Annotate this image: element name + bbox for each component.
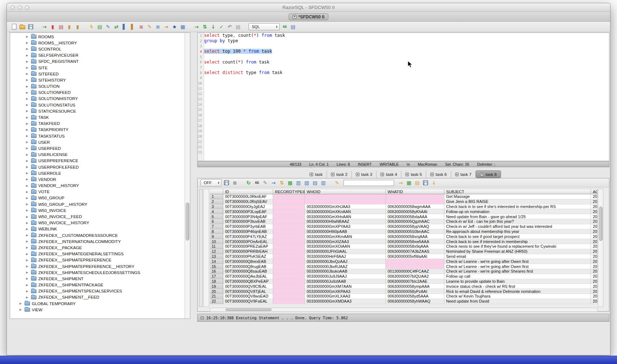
grid-cell[interactable]: Send email	[444, 254, 591, 259]
row-number-cell[interactable]: 4	[210, 209, 223, 214]
grid-cell[interactable]: 00T3000000QV9FaEAL	[223, 299, 273, 304]
grid-cell[interactable]	[273, 194, 305, 199]
code-text[interactable]: select distinct type from task	[203, 70, 282, 75]
database-icon[interactable]: ▮	[74, 23, 81, 30]
grid-cell[interactable]: 200	[591, 209, 597, 214]
edit-sql-icon[interactable]: ✎	[105, 23, 111, 30]
grid-cell[interactable]: 00T3000000QAeJbEAL	[223, 274, 273, 279]
grid-cell[interactable]	[273, 224, 305, 229]
grid-horizontal-scrollbar[interactable]	[210, 308, 597, 312]
grid-cell[interactable]: 0013000000C4fFCAAZ	[386, 269, 444, 274]
grid-cell[interactable]: 00T3000000PfvKSEAZ	[223, 254, 273, 259]
grid-cell[interactable]: 200	[591, 259, 597, 264]
grid-left-scroll-strip[interactable]	[199, 189, 203, 307]
grid-cell[interactable]: Check-in w/ Jeff - couldn't afford last …	[444, 224, 591, 229]
sidebar-item-zkfedex__shipment[interactable]: ▶ZKFEDEX__SHIPMENT	[10, 276, 185, 282]
execute-all-icon[interactable]: ⇅	[202, 23, 208, 30]
grid-cell[interactable]: 0033000000GmXKnAAN	[305, 209, 386, 214]
sidebar-item-solutionhistory[interactable]: ▶SOLUTIONHISTORY	[10, 96, 185, 102]
disclosure-triangle-icon[interactable]: ▶	[26, 234, 29, 237]
sidebar-item-taskstatus[interactable]: ▶TASKSTATUS	[10, 133, 185, 139]
columns-icon[interactable]: ▥	[295, 179, 302, 186]
grid-cell[interactable]: Rick to email David & reference Delmonte…	[444, 289, 591, 294]
export-icon[interactable]: ▦	[406, 179, 412, 186]
grid-cell[interactable]	[305, 194, 386, 199]
sidebar-item-sfdc_registrant[interactable]: ▶SFDC_REGISTRANT	[10, 58, 185, 65]
sidebar-item-rooms__history[interactable]: ▶ROOMS__HISTORY	[10, 40, 185, 46]
edit-list-icon[interactable]: ✎	[146, 23, 153, 30]
disclosure-triangle-icon[interactable]: ▶	[26, 215, 29, 218]
disclosure-triangle-icon[interactable]: ▶	[26, 252, 29, 256]
row-number-cell[interactable]: 10	[210, 239, 223, 244]
sidebar-item-userrole[interactable]: ▶USERROLE	[10, 170, 185, 176]
grid-cell[interactable]	[305, 199, 386, 204]
sort-icon[interactable]: ⇅	[279, 179, 285, 186]
result-tab-task-8[interactable]: ✕task 8	[476, 170, 501, 178]
disclosure-triangle-icon[interactable]: ▶	[26, 78, 29, 82]
disclosure-triangle-icon[interactable]: ▶	[26, 47, 29, 51]
sidebar-item-rooms[interactable]: ▶ROOMS	[10, 34, 185, 40]
disclosure-triangle-icon[interactable]: ▶	[26, 221, 29, 225]
grid-cell[interactable]: Check back in to see if she's interested…	[444, 204, 591, 209]
sidebar-item-site[interactable]: ▶SITE	[10, 65, 185, 71]
grid-cell[interactable]: 0033000000GmXLXAA3	[305, 294, 386, 299]
disclosure-triangle-icon[interactable]: ▶	[26, 35, 29, 38]
grid-cell[interactable]: 00T3000000QBXPeEAP	[223, 279, 273, 284]
grid-cell[interactable]	[386, 199, 444, 204]
sql-editor[interactable]: 1select type, count(*) from task2group b…	[197, 32, 609, 161]
view-row-icon[interactable]: 66	[254, 179, 260, 186]
copy-connection-icon[interactable]: ▤	[58, 23, 64, 30]
code-text[interactable]: select top 100 * from task	[203, 49, 272, 54]
sidebar-item-task[interactable]: ▶TASK	[10, 114, 185, 120]
grid-cell[interactable]	[273, 289, 305, 294]
disclosure-triangle-icon[interactable]: ▶	[26, 41, 29, 44]
save-grid-icon[interactable]	[423, 180, 428, 185]
sidebar-item-zkfedex__shipmentpackage[interactable]: ▶ZKFEDEX__SHIPMENTPACKAGE	[10, 282, 185, 288]
grid-cell[interactable]: 200	[591, 274, 597, 279]
table-tools-icon[interactable]: ▦	[180, 23, 186, 30]
grid-cell[interactable]: 0033000000GmXOiAAN	[305, 244, 386, 249]
grid-cell[interactable]	[273, 249, 305, 254]
sidebar-item-w50_invoice__feed[interactable]: ▶W50_INVOICE__FEED	[10, 213, 185, 220]
disclosure-triangle-icon[interactable]: ▶	[26, 116, 29, 119]
grid-cell[interactable]	[386, 264, 444, 269]
grid-header-SUBJECT[interactable]: SUBJECT	[444, 189, 591, 194]
fetch-icon[interactable]: ↓	[210, 23, 216, 30]
save-icon[interactable]	[28, 24, 33, 29]
log-icon[interactable]: ▤	[235, 23, 241, 30]
grid-cell[interactable]: 00T3000000PREZaEAP	[223, 244, 273, 249]
sidebar-item-userprofilefeed[interactable]: ▶USERPROFILEFEED	[10, 164, 185, 170]
grid-cell[interactable]: 0033000000GmXMDAA3	[305, 299, 386, 304]
add-connection-icon[interactable]: ▮	[49, 23, 56, 30]
grid-cell[interactable]: 006300000058yd5AAA	[386, 294, 444, 299]
tree-scrollbar[interactable]	[185, 33, 190, 318]
sidebar-item-w50_invoice[interactable]: ▶W50_INVOICE	[10, 207, 185, 213]
disclosure-triangle-icon[interactable]: ▶	[26, 184, 29, 187]
disclosure-triangle-icon[interactable]: ▶	[26, 196, 29, 200]
grid-cell[interactable]: 200	[591, 244, 597, 249]
row-number-cell[interactable]: 11	[210, 244, 223, 249]
grid-cell[interactable]: Leanne to provide update to Bain	[444, 279, 591, 284]
grid-cell[interactable]: 00T3000000QV8wsEAD	[223, 294, 273, 299]
grid-cell[interactable]: 0033000000H9aNBAAZ	[305, 219, 386, 224]
grid-cell[interactable]: 200	[591, 254, 597, 259]
grid-cell[interactable]: 0033000000GmXIZAA3	[305, 239, 386, 244]
grid-cell[interactable]: 006300000058ympAAA	[386, 284, 444, 289]
favorites-icon[interactable]: ★	[171, 23, 178, 30]
grid-cell[interactable]: 006300000058yKhAAI	[386, 209, 444, 214]
sidebar-item-w50_invoice__history[interactable]: ▶W50_INVOICE__HISTORY	[10, 220, 185, 226]
goto-icon[interactable]: →	[270, 179, 277, 186]
grid-cell[interactable]	[273, 259, 305, 264]
grid-cell[interactable]: 00630000005xfWaAAI	[386, 254, 444, 259]
grid-header-WHOID[interactable]: WHOID	[305, 189, 386, 194]
row-number-cell[interactable]: 2	[210, 199, 223, 204]
sidebar-item-weblink[interactable]: ▶WEBLINK	[10, 226, 185, 232]
grid-cell[interactable]: 0033000000JbukoAAB	[305, 269, 386, 274]
disclosure-triangle-icon[interactable]: ▶	[26, 97, 29, 100]
grid-cell[interactable]: 00T3000000P3tuvEAB	[223, 219, 273, 224]
grid-cell[interactable]: 200	[591, 234, 597, 239]
result-tab-task-3[interactable]: ✕task 3	[352, 171, 377, 178]
disclosure-triangle-icon[interactable]: ▶	[26, 265, 29, 268]
sidebar-item-zkfedex__shipment__feed[interactable]: ▶ZKFEDEX__SHIPMENT__FEED	[10, 294, 185, 300]
row-number-cell[interactable]: 5	[210, 214, 223, 219]
